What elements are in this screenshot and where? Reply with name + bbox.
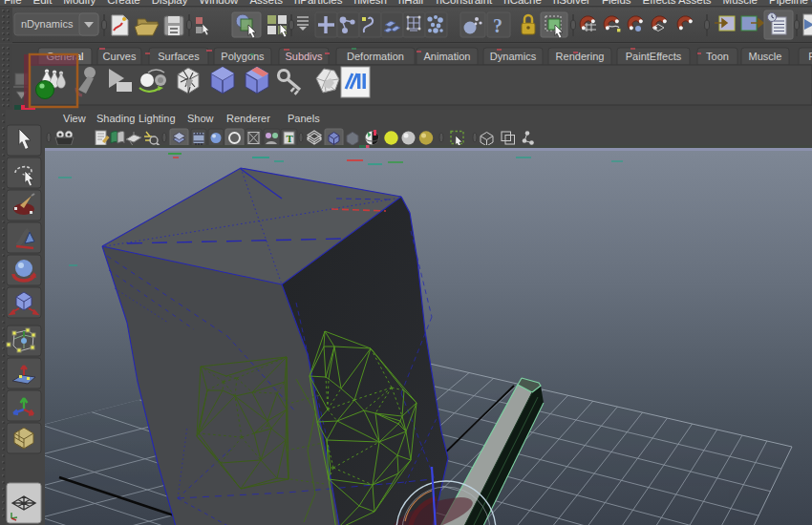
svg-text:Animation: Animation — [424, 51, 471, 62]
svg-text:?: ? — [493, 15, 502, 36]
svg-text:Rendering: Rendering — [556, 51, 605, 62]
svg-text:PaintEffects: PaintEffects — [626, 51, 682, 62]
svg-text:Surfaces: Surfaces — [158, 51, 200, 62]
svg-text:Fluids: Fluids — [808, 51, 812, 62]
svg-text:T: T — [287, 133, 294, 144]
svg-text:Subdivs: Subdivs — [285, 51, 323, 62]
svg-text:Curves: Curves — [103, 51, 137, 62]
svg-text:Deformation: Deformation — [347, 51, 404, 62]
svg-text:Muscle: Muscle — [749, 51, 782, 62]
svg-text:Polygons: Polygons — [221, 51, 265, 62]
svg-text:Toon: Toon — [706, 51, 729, 62]
svg-text:nDynamics: nDynamics — [21, 18, 74, 30]
svg-text:Dynamics: Dynamics — [490, 51, 537, 62]
